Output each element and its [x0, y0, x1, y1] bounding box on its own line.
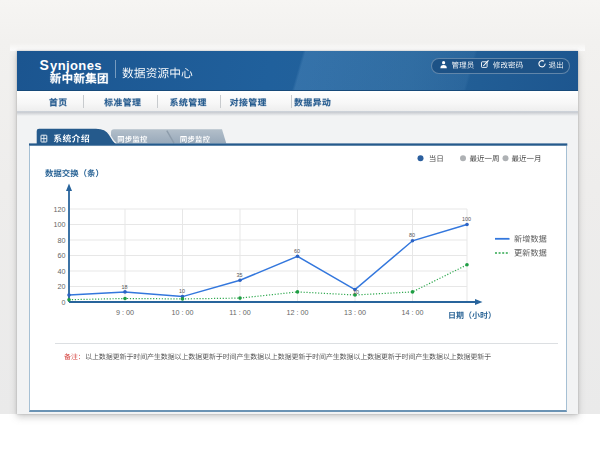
svg-text:40: 40	[58, 267, 66, 276]
svg-text:10 : 00: 10 : 00	[172, 308, 194, 317]
svg-text:13 : 00: 13 : 00	[344, 308, 366, 317]
svg-text:10: 10	[353, 289, 359, 295]
svg-text:120: 120	[54, 205, 66, 214]
svg-text:60: 60	[58, 251, 66, 260]
svg-text:S: S	[40, 57, 49, 73]
svg-text:80: 80	[409, 232, 415, 238]
svg-text:100: 100	[54, 220, 66, 229]
svg-text:80: 80	[58, 236, 66, 245]
svg-text:10: 10	[179, 288, 185, 294]
svg-text:11 : 00: 11 : 00	[229, 308, 250, 317]
svg-text:14 : 00: 14 : 00	[402, 308, 424, 317]
svg-text:9 : 00: 9 : 00	[116, 308, 134, 317]
svg-text:60: 60	[294, 248, 300, 254]
svg-text:0: 0	[62, 298, 66, 307]
svg-text:20: 20	[58, 282, 66, 291]
svg-text:100: 100	[462, 216, 471, 222]
svg-text:18: 18	[122, 284, 128, 290]
svg-text:12 : 00: 12 : 00	[287, 308, 309, 317]
svg-text:35: 35	[237, 272, 243, 278]
svg-text:ynjones: ynjones	[50, 58, 102, 73]
